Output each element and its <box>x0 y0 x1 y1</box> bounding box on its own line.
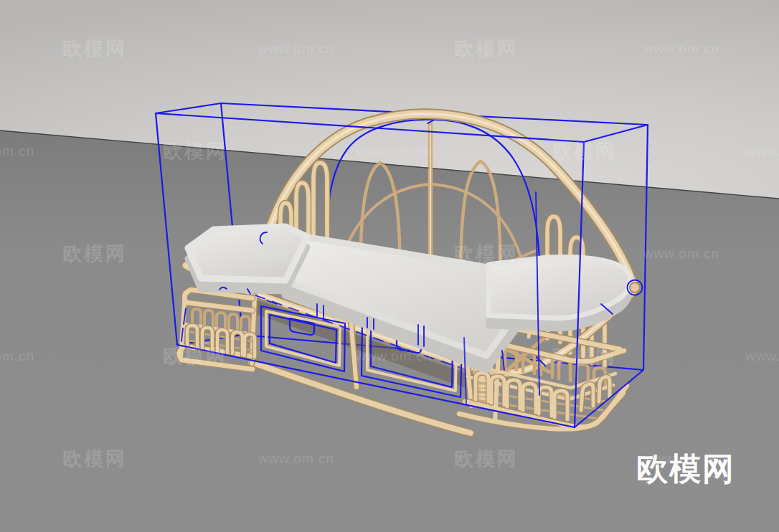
viewport: 欧模网www.om.cn欧模网www.om.cnwww.om.cn欧模网www.… <box>0 0 779 532</box>
render-scene <box>0 0 779 532</box>
cushion-left <box>188 227 307 280</box>
